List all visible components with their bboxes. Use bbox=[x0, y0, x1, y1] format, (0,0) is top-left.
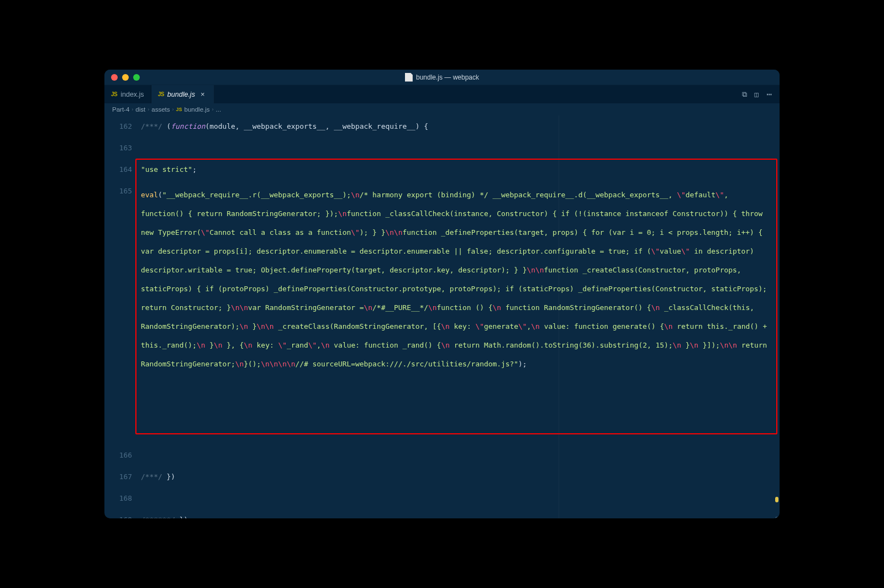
code-line bbox=[141, 450, 772, 471]
line-number: 162 bbox=[104, 121, 132, 143]
code-line bbox=[141, 143, 772, 164]
tab-index-js[interactable]: JS index.js bbox=[104, 85, 151, 103]
line-number: 163 bbox=[104, 143, 132, 164]
line-number: 165 bbox=[104, 186, 132, 450]
tab-bundle-js[interactable]: JS bundle.js × bbox=[151, 85, 214, 103]
line-number: 169 bbox=[104, 514, 132, 518]
chevron-right-icon: › bbox=[172, 107, 173, 112]
line-number: 167 bbox=[104, 471, 132, 493]
breadcrumb-part[interactable]: Part-4 bbox=[112, 106, 129, 113]
tab-bar: JS index.js JS bundle.js × ⧉ ◫ ⋯ bbox=[104, 85, 780, 103]
code-line bbox=[141, 493, 772, 514]
compare-changes-icon[interactable]: ⧉ bbox=[742, 90, 747, 99]
scrollbar-thumb[interactable] bbox=[775, 517, 778, 518]
window-title-text: bundle.js — webpack bbox=[416, 74, 479, 81]
scrollbar-marker bbox=[775, 497, 778, 502]
zoom-icon[interactable] bbox=[133, 74, 140, 81]
code-line: /******/ }); bbox=[141, 514, 772, 518]
titlebar: bundle.js — webpack bbox=[104, 70, 780, 85]
line-number-gutter: 162 163 164 165 166 167 168 169 bbox=[104, 116, 139, 518]
traffic-lights bbox=[104, 74, 140, 81]
breadcrumb-file[interactable]: bundle.js bbox=[185, 106, 210, 113]
editor-ruler bbox=[559, 116, 559, 518]
line-number: 166 bbox=[104, 450, 132, 471]
file-icon bbox=[405, 73, 413, 82]
line-number: 168 bbox=[104, 493, 132, 514]
tab-label: index.js bbox=[120, 91, 144, 98]
editor-window: bundle.js — webpack JS index.js JS bundl… bbox=[104, 70, 780, 518]
breadcrumb-part[interactable]: dist bbox=[135, 106, 145, 113]
code-line: "use strict"; bbox=[141, 164, 772, 186]
tab-label: bundle.js bbox=[167, 91, 195, 98]
breadcrumb-trail[interactable]: ... bbox=[216, 106, 222, 113]
breadcrumb[interactable]: Part-4 › dist › assets › JS bundle.js › … bbox=[104, 103, 780, 116]
chevron-right-icon: › bbox=[212, 107, 214, 112]
code-editor[interactable]: 162 163 164 165 166 167 168 169 /***/ (f… bbox=[104, 116, 780, 518]
js-icon: JS bbox=[111, 91, 117, 97]
breadcrumb-part[interactable]: assets bbox=[151, 106, 170, 113]
js-icon: JS bbox=[158, 91, 164, 97]
more-actions-icon[interactable]: ⋯ bbox=[766, 92, 772, 97]
scrollbar[interactable] bbox=[774, 163, 778, 518]
close-icon[interactable] bbox=[111, 74, 118, 81]
minimize-icon[interactable] bbox=[122, 74, 129, 81]
chevron-right-icon: › bbox=[148, 107, 149, 112]
code-line: /***/ }) bbox=[141, 471, 772, 493]
code-line: eval("__webpack_require__.r(__webpack_ex… bbox=[141, 186, 772, 450]
split-editor-icon[interactable]: ◫ bbox=[755, 90, 759, 98]
window-title: bundle.js — webpack bbox=[405, 73, 479, 82]
tab-actions: ⧉ ◫ ⋯ bbox=[742, 85, 780, 103]
code-content[interactable]: /***/ (function(module, __webpack_export… bbox=[139, 116, 780, 518]
chevron-right-icon: › bbox=[131, 107, 133, 112]
js-icon: JS bbox=[176, 107, 182, 112]
code-line: /***/ (function(module, __webpack_export… bbox=[141, 121, 772, 143]
close-tab-icon[interactable]: × bbox=[198, 90, 207, 98]
line-number: 164 bbox=[104, 164, 132, 186]
